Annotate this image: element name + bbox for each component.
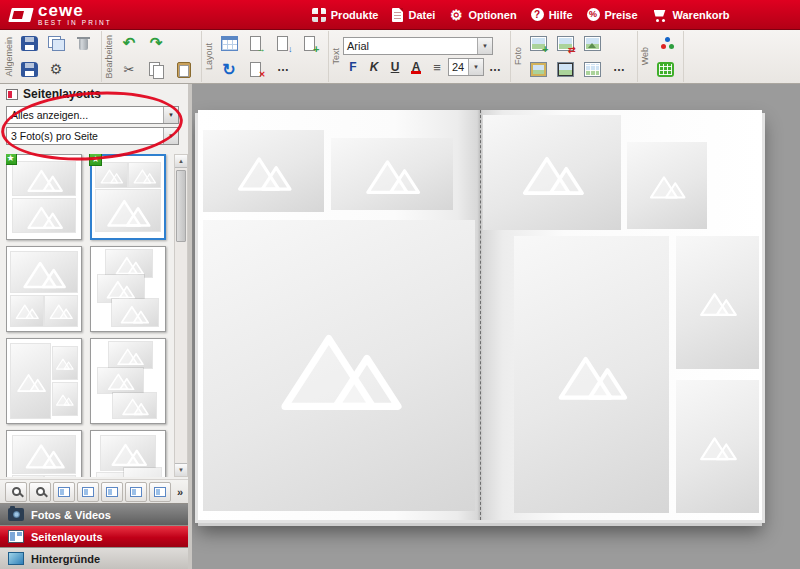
photo-frame-placeholder[interactable] [483, 115, 621, 230]
layout-thumbnail-1[interactable]: ★ [6, 154, 82, 240]
photo-frame-placeholder[interactable] [627, 142, 707, 229]
photo-frame-placeholder[interactable] [514, 236, 669, 513]
redo-button[interactable] [143, 32, 169, 55]
layout-thumbnail-3[interactable] [6, 246, 82, 332]
photo-effect-button[interactable] [579, 32, 605, 55]
paste-page-button[interactable] [270, 32, 296, 55]
swap-photo-button[interactable] [552, 32, 578, 55]
font-family-value: Arial [347, 40, 369, 52]
menu-preise[interactable]: Preise [587, 8, 638, 21]
photo-placeholder [96, 163, 126, 188]
menu-datei[interactable]: Datei [392, 8, 435, 22]
filter-layout-3-button[interactable] [101, 482, 123, 502]
photo-border-button[interactable] [552, 58, 578, 81]
right-page[interactable] [480, 110, 762, 520]
more-layout-icon [275, 62, 292, 77]
font-color-button[interactable]: A [406, 58, 426, 77]
grid-button[interactable] [216, 32, 242, 55]
copy-page-button[interactable] [243, 32, 269, 55]
layout-thumbnail-8[interactable] [90, 430, 166, 477]
photo-frame-placeholder[interactable] [331, 138, 454, 210]
menu-produkte[interactable]: Produkte [312, 8, 379, 22]
photo-frame-placeholder[interactable] [203, 130, 324, 212]
insert-photo-button[interactable] [525, 32, 551, 55]
photo-frame-placeholder[interactable] [203, 220, 475, 511]
layout-thumbnail-5[interactable] [6, 338, 82, 424]
save-as-button[interactable] [16, 58, 42, 81]
layout-thumbnail-6[interactable] [90, 338, 166, 424]
brand-logo[interactable]: cewe BEST IN PRINT [10, 2, 112, 27]
cut-button[interactable] [116, 58, 142, 81]
layout-filters: Alles anzeigen... ▼ 3 Foto(s) pro Seite … [0, 104, 188, 151]
sidebar-nav-seitenlayouts[interactable]: Seitenlayouts [0, 525, 188, 547]
italic-button[interactable]: K [364, 58, 384, 77]
copy-icon [148, 62, 165, 77]
filter-layout-1-button[interactable] [53, 482, 75, 502]
bold-button[interactable]: F [343, 58, 363, 77]
expand-tools-button[interactable]: » [177, 486, 183, 498]
grid-icon [221, 36, 238, 51]
undo-button[interactable] [116, 32, 142, 55]
rotate-page-icon [221, 62, 238, 77]
chevron-down-icon[interactable]: ▼ [163, 128, 178, 144]
mountain-placeholder-icon [105, 439, 152, 467]
copy-button[interactable] [143, 58, 169, 81]
more-layout-button[interactable] [270, 58, 296, 81]
photo-frame-placeholder[interactable] [676, 380, 759, 513]
scroll-up-button[interactable]: ▲ [175, 155, 187, 168]
insert-page-button[interactable] [297, 32, 323, 55]
toolbar-group-layout: Layout [202, 31, 329, 82]
photo-effect-icon [584, 36, 601, 51]
layout-thumbnail-4[interactable] [90, 246, 166, 332]
scrollbar-thumb[interactable] [176, 170, 186, 242]
underline-button[interactable]: U [385, 58, 405, 77]
filter-layout-5-button[interactable] [149, 482, 171, 502]
open-project-button[interactable] [43, 32, 69, 55]
editor-canvas [192, 84, 800, 569]
menu-optionen[interactable]: Optionen [449, 8, 516, 22]
sidebar-title: Seitenlayouts [0, 84, 188, 104]
chevron-down-icon[interactable]: ▼ [477, 38, 492, 54]
menu-hilfe[interactable]: Hilfe [531, 8, 573, 21]
scroll-down-button[interactable]: ▼ [175, 463, 187, 476]
filter-layout-4-button[interactable] [125, 482, 147, 502]
share-online-button[interactable] [652, 32, 678, 55]
thumbnails-small-button[interactable] [5, 482, 27, 502]
photo-placeholder [13, 436, 75, 473]
settings-button[interactable] [43, 58, 69, 81]
photo-grid-button[interactable] [579, 58, 605, 81]
thumbnails-large-button[interactable] [29, 482, 51, 502]
web-service-button[interactable] [652, 58, 678, 81]
sidebar-nav-fotos-videos[interactable]: Fotos & Videos [0, 503, 188, 525]
sidebar-title-label: Seitenlayouts [23, 87, 101, 101]
photo-frame-button[interactable] [525, 58, 551, 81]
photo-frame-placeholder[interactable] [676, 236, 759, 368]
delete-project-button[interactable] [70, 32, 96, 55]
layout-thumbnail-2[interactable]: ★ [90, 154, 166, 240]
font-family-select[interactable]: Arial▼ [343, 37, 493, 55]
paste-button[interactable] [170, 58, 196, 81]
menu-warenkorb[interactable]: Warenkorb [652, 8, 730, 22]
thumbnails-scrollbar[interactable]: ▲ ▼ [174, 154, 188, 477]
sidebar-nav: Fotos & VideosSeitenlayoutsHintergründe [0, 503, 188, 569]
font-size-select[interactable]: 24▼ [448, 58, 484, 76]
brand-text: cewe BEST IN PRINT [38, 2, 112, 27]
layout-category-select[interactable]: Alles anzeigen... ▼ [6, 106, 179, 124]
chevron-down-icon[interactable]: ▼ [468, 59, 483, 75]
mountain-placeholder-icon [109, 253, 149, 275]
layout-thumbnail-area: ★★ ▲ ▼ [0, 151, 188, 479]
text-align-button[interactable]: ≡ [427, 58, 447, 77]
sidebar-nav-hintergründe[interactable]: Hintergründe [0, 547, 188, 569]
more-foto-button[interactable] [606, 58, 632, 81]
toolbar-group-allgemein: Allgemein [2, 31, 102, 82]
photos-per-page-select[interactable]: 3 Foto(s) pro Seite ▼ [6, 127, 179, 145]
layout-thumbnail-7[interactable] [6, 430, 82, 477]
filter-layout-2-button[interactable] [77, 482, 99, 502]
delete-page-button[interactable] [243, 58, 269, 81]
left-page[interactable] [198, 110, 480, 520]
settings-icon [48, 62, 65, 77]
save-button[interactable] [16, 32, 42, 55]
rotate-page-button[interactable] [216, 58, 242, 81]
more-text-button[interactable]: … [485, 58, 505, 77]
chevron-down-icon[interactable]: ▼ [163, 107, 178, 123]
